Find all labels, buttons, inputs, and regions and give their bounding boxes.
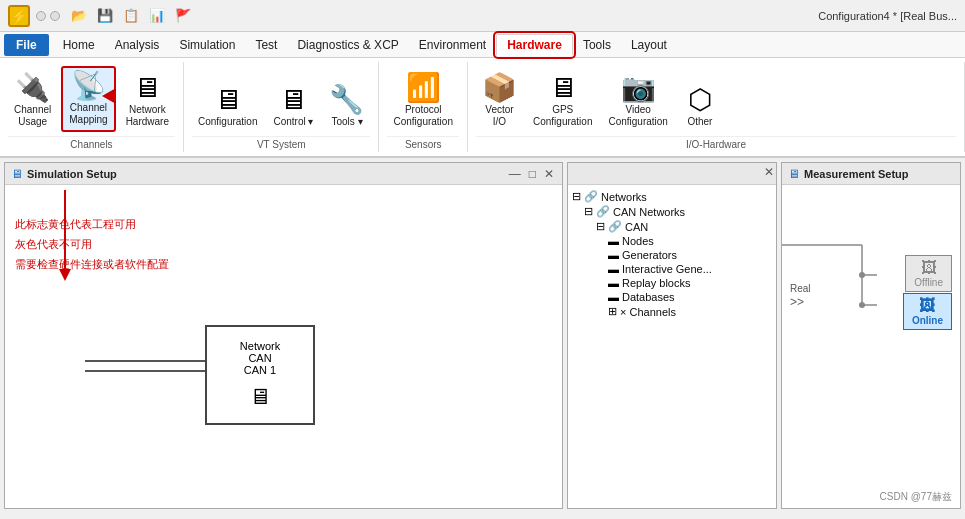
simulation-setup-panel: 🖥 Simulation Setup — □ ✕ 此标志黄色代表工程可用 灰色代…	[4, 162, 563, 509]
vt-control-btn[interactable]: 🖥 Control ▾	[267, 82, 319, 132]
replay-label: Replay blocks	[622, 277, 690, 289]
annotation-line1: 此标志黄色代表工程可用	[15, 215, 169, 235]
vt-tools-icon: 🔧	[329, 86, 364, 114]
vt-configuration-btn[interactable]: 🖥 Configuration	[192, 82, 263, 132]
svg-point-5	[859, 272, 865, 278]
sim-setup-icon: 🖥	[11, 167, 23, 181]
sim-close-btn[interactable]: ✕	[542, 167, 556, 181]
protocol-config-btn[interactable]: 📶 ProtocolConfiguration	[387, 70, 458, 132]
offline-label: Offline	[914, 277, 943, 288]
other-btn[interactable]: ⬡ Other	[678, 82, 722, 132]
main-area: 🖥 Simulation Setup — □ ✕ 此标志黄色代表工程可用 灰色代…	[0, 158, 965, 513]
toolbar-area: 📂 💾 📋 📊 🚩	[68, 5, 194, 27]
network-block-icon: 🖥	[249, 384, 271, 410]
dot1	[36, 11, 46, 21]
expand-icon-channels: ⊞	[608, 305, 617, 318]
ribbon-group-sensors: 📶 ProtocolConfiguration Sensors	[379, 62, 467, 152]
test-menu[interactable]: Test	[245, 35, 287, 55]
offline-icon: 🖼	[914, 259, 943, 277]
sim-restore-btn[interactable]: □	[527, 167, 538, 181]
network-block-line3: CAN 1	[244, 364, 276, 376]
sim-minimize-btn[interactable]: —	[507, 167, 523, 181]
file-menu[interactable]: File	[4, 34, 49, 56]
can-networks-label: CAN Networks	[613, 206, 685, 218]
expand-icon-can: ⊟	[596, 220, 605, 233]
meas-connections-svg	[782, 185, 960, 508]
tree-item-nodes[interactable]: ▬ Nodes	[572, 234, 772, 248]
tree-item-can-networks[interactable]: ⊟ 🔗 CAN Networks	[572, 204, 772, 219]
nodes-label: Nodes	[622, 235, 654, 247]
sim-setup-title: Simulation Setup	[27, 168, 503, 180]
other-label: Other	[687, 116, 712, 128]
channel-usage-icon: 🔌	[15, 74, 50, 102]
analysis-menu[interactable]: Analysis	[105, 35, 170, 55]
save-btn[interactable]: 📂	[68, 5, 90, 27]
vt-config-label: Configuration	[198, 116, 257, 128]
tree-item-replay[interactable]: ▬ Replay blocks	[572, 276, 772, 290]
open-btn[interactable]: 💾	[94, 5, 116, 27]
online-block: 🖼 Online	[903, 293, 952, 330]
vector-io-icon: 📦	[482, 74, 517, 102]
databases-label: Databases	[622, 291, 675, 303]
hardware-menu[interactable]: Hardware	[496, 34, 573, 56]
channel-mapping-label: ChannelMapping	[69, 102, 107, 126]
tree-item-networks[interactable]: ⊟ 🔗 Networks	[572, 189, 772, 204]
expand-icon-networks: ⊟	[572, 190, 581, 203]
io-buttons: 📦 VectorI/O 🖥 GPSConfiguration 📷 VideoCo…	[476, 62, 956, 136]
tree-item-can[interactable]: ⊟ 🔗 CAN	[572, 219, 772, 234]
menu-bar: File Home Analysis Simulation Test Diagn…	[0, 32, 965, 58]
io-group-label: I/O-Hardware	[476, 136, 956, 152]
vector-io-label: VectorI/O	[485, 104, 513, 128]
undo-btn[interactable]: 📋	[120, 5, 142, 27]
redo-btn[interactable]: 📊	[146, 5, 168, 27]
network-hardware-icon: 🖥	[133, 74, 161, 102]
channels-buttons: 🔌 ChannelUsage 📡 ChannelMapping 🖥 Networ…	[8, 62, 175, 136]
tree-item-interactive-gen[interactable]: ▬ Interactive Gene...	[572, 262, 772, 276]
channel-usage-label: ChannelUsage	[14, 104, 51, 128]
ribbon-group-vt: 🖥 Configuration 🖥 Control ▾ 🔧 Tools ▾ VT…	[184, 62, 380, 152]
protocol-icon: 📶	[406, 74, 441, 102]
tree-item-databases[interactable]: ▬ Databases	[572, 290, 772, 304]
layout-menu[interactable]: Layout	[621, 35, 677, 55]
online-icon: 🖼	[912, 297, 943, 315]
measurement-setup-panel: 🖥 Measurement Setup Real >> 🖼	[781, 162, 961, 509]
vt-tools-btn[interactable]: 🔧 Tools ▾	[323, 82, 370, 132]
video-config-btn[interactable]: 📷 VideoConfiguration	[602, 70, 673, 132]
generators-label: Generators	[622, 249, 677, 261]
diagnostics-menu[interactable]: Diagnostics & XCP	[287, 35, 408, 55]
network-hardware-btn[interactable]: 🖥 NetworkHardware	[120, 70, 175, 132]
connection-line1	[85, 360, 205, 362]
sensors-buttons: 📶 ProtocolConfiguration	[387, 62, 458, 136]
can-networks-icon: 🔗	[596, 205, 610, 218]
online-node: 🖼 Online	[903, 293, 952, 330]
network-block-line2: CAN	[248, 352, 271, 364]
tree-content: ⊟ 🔗 Networks ⊟ 🔗 CAN Networks ⊟ 🔗 CAN ▬ …	[568, 185, 776, 508]
annotation-text: 此标志黄色代表工程可用 灰色代表不可用 需要检查硬件连接或者软件配置	[15, 215, 169, 274]
title-bar-dots	[36, 11, 60, 21]
simulation-menu[interactable]: Simulation	[169, 35, 245, 55]
tree-item-generators[interactable]: ▬ Generators	[572, 248, 772, 262]
offline-node: 🖼 Offline	[905, 255, 952, 292]
interactive-gen-label: Interactive Gene...	[622, 263, 712, 275]
vt-config-icon: 🖥	[214, 86, 242, 114]
vector-io-btn[interactable]: 📦 VectorI/O	[476, 70, 523, 132]
network-hardware-label: NetworkHardware	[126, 104, 169, 128]
annotation-line2: 灰色代表不可用	[15, 235, 169, 255]
meas-title: Measurement Setup	[804, 168, 954, 180]
gps-label: GPSConfiguration	[533, 104, 592, 128]
title-bar: ⚡ 📂 💾 📋 📊 🚩 Configuration4 * [Real Bus..…	[0, 0, 965, 32]
home-menu[interactable]: Home	[53, 35, 105, 55]
arrow-indicator	[102, 88, 116, 104]
gps-config-btn[interactable]: 🖥 GPSConfiguration	[527, 70, 598, 132]
node-icon-igen: ▬	[608, 263, 619, 275]
flag-btn[interactable]: 🚩	[172, 5, 194, 27]
tree-close-btn[interactable]: ✕	[762, 165, 776, 179]
networks-label: Networks	[601, 191, 647, 203]
meas-content: Real >> 🖼 Offline 🖼 Online CSDN @77赫兹	[782, 185, 960, 508]
node-icon-db: ▬	[608, 291, 619, 303]
channel-usage-btn[interactable]: 🔌 ChannelUsage	[8, 70, 57, 132]
tools-menu[interactable]: Tools	[573, 35, 621, 55]
environment-menu[interactable]: Environment	[409, 35, 496, 55]
tree-item-channels[interactable]: ⊞ × Channels	[572, 304, 772, 319]
node-icon-replay: ▬	[608, 277, 619, 289]
